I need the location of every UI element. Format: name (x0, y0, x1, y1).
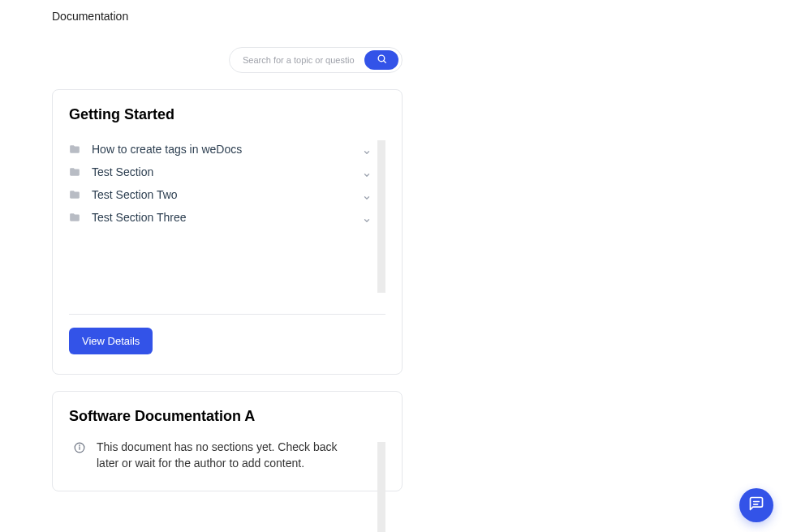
section-label: Test Section Three (92, 211, 351, 224)
section-label: How to create tags in weDocs (92, 143, 351, 156)
chevron-down-icon[interactable] (363, 168, 371, 176)
folder-icon (69, 166, 80, 178)
section-label: Test Section Two (92, 188, 351, 201)
search-wrapper (229, 47, 403, 73)
chat-icon (748, 496, 764, 515)
info-icon (74, 442, 85, 453)
folder-icon (69, 189, 80, 200)
scrollbar[interactable] (377, 140, 385, 293)
chevron-down-icon[interactable] (363, 213, 371, 221)
search-icon (377, 54, 387, 66)
sections-list: How to create tags in weDocs Test Sectio… (69, 138, 385, 229)
divider (69, 314, 385, 315)
search-input[interactable] (233, 55, 364, 65)
svg-line-1 (383, 61, 385, 62)
section-label: Test Section (92, 165, 351, 178)
chat-fab[interactable] (739, 488, 773, 522)
section-item[interactable]: Test Section Two (69, 183, 377, 206)
empty-state: This document has no sections yet. Check… (69, 440, 377, 471)
card-title: Getting Started (69, 106, 385, 123)
card-getting-started: Getting Started How to create tags in we… (52, 89, 403, 375)
section-item[interactable]: How to create tags in weDocs (69, 138, 377, 161)
folder-icon (69, 212, 80, 223)
chevron-down-icon[interactable] (363, 145, 371, 153)
view-details-button[interactable]: View Details (69, 328, 153, 354)
empty-state-container: This document has no sections yet. Check… (69, 440, 385, 471)
card-title: Software Documentation A (69, 408, 385, 425)
folder-icon (69, 144, 80, 155)
search-button[interactable] (364, 50, 398, 70)
search-container (229, 47, 736, 73)
chevron-down-icon[interactable] (363, 191, 371, 199)
svg-point-4 (80, 445, 80, 446)
scrollbar[interactable] (377, 442, 385, 532)
empty-message: This document has no sections yet. Check… (97, 440, 358, 471)
card-software-doc-a: Software Documentation A This document h… (52, 391, 403, 491)
page-title: Documentation (52, 10, 736, 23)
section-item[interactable]: Test Section Three (69, 206, 377, 229)
section-item[interactable]: Test Section (69, 161, 377, 183)
